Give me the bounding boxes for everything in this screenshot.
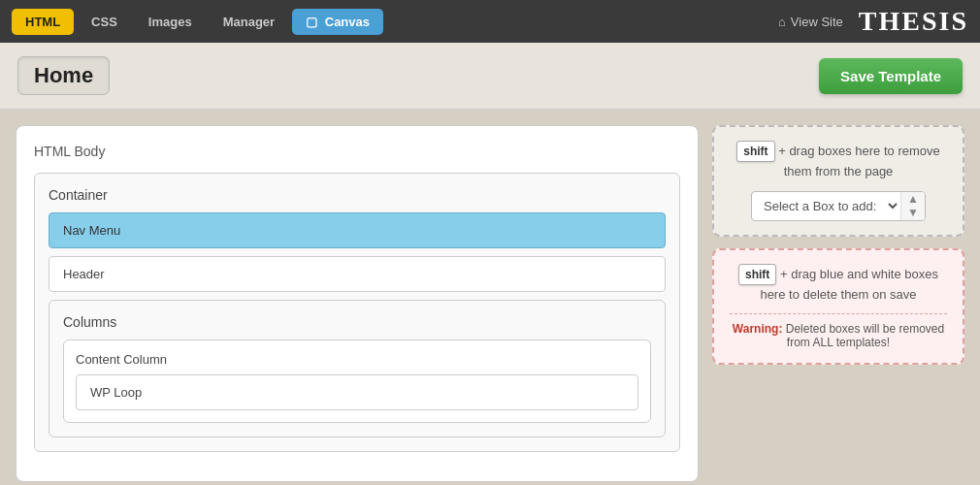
save-template-button[interactable]: Save Template <box>819 58 963 94</box>
html-body-label: HTML Body <box>34 144 680 159</box>
content-column-box: Content Column WP Loop <box>63 340 651 423</box>
content-column-label: Content Column <box>76 352 638 367</box>
tab-images[interactable]: Images <box>135 9 206 35</box>
thesis-logo: THESIS <box>859 6 968 37</box>
shift-key-delete: shift <box>738 264 776 285</box>
select-box-wrapper[interactable]: Select a Box to add: ▲▼ <box>751 191 926 221</box>
top-navigation-bar: HTML CSS Images Manager ▢ Canvas ⌂ View … <box>0 0 980 43</box>
container-label: Container <box>49 187 666 203</box>
container-box: Container Nav Menu Header Columns Conten… <box>34 173 680 452</box>
canvas-icon: ▢ <box>306 15 317 29</box>
tab-html[interactable]: HTML <box>12 9 74 35</box>
remove-hint-box: shift + drag boxes here to remove them f… <box>712 125 964 237</box>
warning-text: Warning: Deleted boxes will be removed f… <box>730 313 947 349</box>
remove-hint-text: shift + drag boxes here to remove them f… <box>730 141 947 181</box>
delete-hint-text: shift + drag blue and white boxes here t… <box>730 264 947 305</box>
select-box-dropdown[interactable]: Select a Box to add: <box>752 192 900 220</box>
header-item[interactable]: Header <box>49 256 666 292</box>
page-header: Home Save Template <box>0 43 980 110</box>
main-content: HTML Body Container Nav Menu Header Colu… <box>0 110 980 485</box>
columns-box: Columns Content Column WP Loop <box>49 300 666 437</box>
page-title: Home <box>17 56 110 95</box>
tab-canvas[interactable]: ▢ Canvas <box>292 9 383 35</box>
top-bar-right: ⌂ View Site THESIS <box>778 6 968 37</box>
nav-menu-item[interactable]: Nav Menu <box>49 212 666 248</box>
warning-label: Warning: <box>733 322 783 336</box>
wp-loop-item[interactable]: WP Loop <box>76 374 638 410</box>
view-site-button[interactable]: ⌂ View Site <box>778 15 843 29</box>
left-panel: HTML Body Container Nav Menu Header Colu… <box>16 125 699 482</box>
select-arrows-icon: ▲▼ <box>900 192 925 220</box>
home-icon: ⌂ <box>778 15 786 29</box>
shift-key-remove: shift <box>736 141 774 162</box>
tab-css[interactable]: CSS <box>78 9 131 35</box>
columns-label: Columns <box>63 314 651 330</box>
select-box-row: Select a Box to add: ▲▼ <box>730 191 947 221</box>
delete-hint-box: shift + drag blue and white boxes here t… <box>712 248 964 366</box>
right-panel: shift + drag boxes here to remove them f… <box>712 125 964 482</box>
tab-manager[interactable]: Manager <box>210 9 288 35</box>
